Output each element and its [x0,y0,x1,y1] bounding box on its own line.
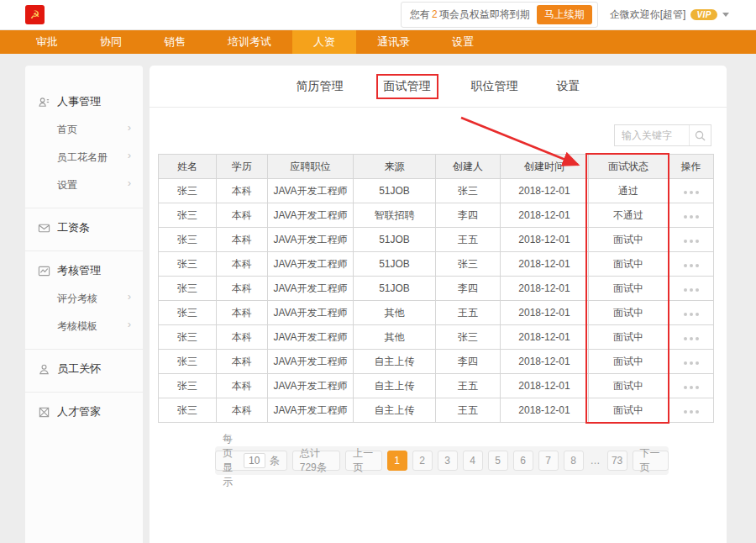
cell-actions [669,179,714,203]
more-actions-icon[interactable] [684,313,699,316]
page-button-4[interactable]: 4 [463,451,483,471]
cell-name: 张三 [159,325,217,350]
more-actions-icon[interactable] [684,264,699,267]
sidebar-header-4[interactable]: 人才管家 [25,398,143,426]
chevron-right-icon: › [128,290,131,303]
page-button-2[interactable]: 2 [412,451,433,471]
next-page-button[interactable]: 下一页 [633,451,669,471]
cell-source: 51JOB [354,252,436,277]
more-actions-icon[interactable] [684,191,699,194]
more-actions-icon[interactable] [684,386,699,389]
search-icon[interactable] [689,125,711,145]
cell-education: 本科 [217,325,268,350]
table-row: 张三本科JAVA开发工程师51JOB张三2018-12-01面试中 [159,252,714,277]
page-button-6[interactable]: 6 [513,451,533,471]
sidebar-header-2[interactable]: 考核管理 [25,256,143,285]
cell-education: 本科 [217,374,268,398]
cell-creator: 王五 [436,374,501,398]
sidebar-group: 工资条 [25,208,143,250]
renew-button[interactable]: 马上续期 [537,5,592,24]
more-actions-icon[interactable] [684,410,699,414]
sidebar-header-1[interactable]: 工资条 [25,214,143,242]
cell-name: 张三 [159,301,217,325]
sidebar-item[interactable]: 评分考核› [25,285,143,313]
table-header-row: 姓名学历应聘职位来源创建人创建时间面试状态操作 [159,155,714,179]
cell-education: 本科 [217,398,268,423]
sidebar-item[interactable]: 设置› [25,171,143,199]
cell-status: 面试中 [589,350,669,374]
nav-tab-6[interactable]: 设置 [431,30,495,54]
sidebar-item[interactable]: 考核模板› [25,313,143,340]
cell-name: 张三 [159,252,217,277]
sidebar-item[interactable]: 员工花名册› [25,144,143,171]
column-header: 创建时间 [501,155,589,179]
cell-name: 张三 [159,350,217,374]
content-tab-0[interactable]: 简历管理 [291,76,349,98]
more-actions-icon[interactable] [684,240,699,243]
search-input[interactable] [615,125,689,145]
chevron-down-icon [722,13,729,17]
person-badge-icon [38,96,50,108]
content-tab-1[interactable]: 面试管理 [376,74,438,99]
nav-tab-0[interactable]: 审批 [15,30,79,54]
main-navbar: 审批协同销售培训考试人资通讯录设置 [0,30,756,54]
cell-actions [669,398,714,423]
cell-education: 本科 [217,179,268,203]
content-tab-2[interactable]: 职位管理 [465,76,524,98]
content-tab-3[interactable]: 设置 [551,76,586,98]
cell-source: 其他 [354,301,436,325]
cell-creator: 王五 [436,301,501,325]
nav-tab-2[interactable]: 销售 [143,30,207,54]
more-actions-icon[interactable] [684,361,699,365]
party-emblem-icon: ☭ [25,5,45,24]
chevron-right-icon: › [128,121,131,134]
cell-status: 通过 [589,179,669,203]
cell-source: 51JOB [354,179,436,203]
per-page-input[interactable] [244,453,265,468]
column-header: 姓名 [159,155,217,179]
nav-tab-1[interactable]: 协同 [79,30,143,54]
sidebar-header-label: 人才管家 [57,404,101,419]
page-button-73[interactable]: 73 [607,451,627,471]
page-button-3[interactable]: 3 [438,451,458,471]
cell-created: 2018-12-01 [501,325,589,350]
cell-position: JAVA开发工程师 [268,398,354,423]
nav-tab-3[interactable]: 培训考试 [207,30,292,54]
cell-creator: 李四 [436,277,501,301]
cell-status: 面试中 [589,398,669,423]
prev-page-button[interactable]: 上一页 [345,451,381,471]
page-button-1[interactable]: 1 [387,451,407,471]
nav-tab-5[interactable]: 通讯录 [356,30,431,54]
cell-source: 51JOB [354,277,436,301]
envelope-icon [38,222,50,235]
cell-education: 本科 [217,203,268,228]
sidebar-group: 人才管家 [25,392,143,435]
nav-tab-4[interactable]: 人资 [292,30,356,54]
page-button-8[interactable]: 8 [564,451,584,471]
total-count: 总计729条 [292,451,341,471]
account-menu[interactable]: 企微欢迎你[超管] VIP [610,8,729,22]
more-actions-icon[interactable] [684,215,699,219]
page-button-5[interactable]: 5 [488,451,508,471]
person-icon [38,363,50,376]
cell-position: JAVA开发工程师 [268,203,354,228]
table-row: 张三本科JAVA开发工程师自主上传王五2018-12-01面试中 [159,374,714,398]
notice-text: 您有2项会员权益即将到期 [410,8,530,22]
cell-source: 51JOB [354,228,436,252]
interview-table: 姓名学历应聘职位来源创建人创建时间面试状态操作 张三本科JAVA开发工程师51J… [158,154,714,423]
cell-status: 面试中 [589,228,669,252]
sidebar-item[interactable]: 首页› [25,116,143,144]
cell-source: 自主上传 [354,350,436,374]
cell-status: 面试中 [589,277,669,301]
cell-name: 张三 [159,277,217,301]
cell-actions [669,350,714,374]
more-actions-icon[interactable] [684,288,699,292]
column-header: 来源 [354,155,436,179]
more-actions-icon[interactable] [684,337,699,340]
page-button-7[interactable]: 7 [538,451,559,471]
cell-actions [669,325,714,350]
sidebar-header-0[interactable]: 人事管理 [25,87,143,116]
per-page-control: 每页显示 条 [215,451,287,471]
chevron-right-icon: › [128,177,131,189]
sidebar-header-3[interactable]: 员工关怀 [25,355,143,383]
